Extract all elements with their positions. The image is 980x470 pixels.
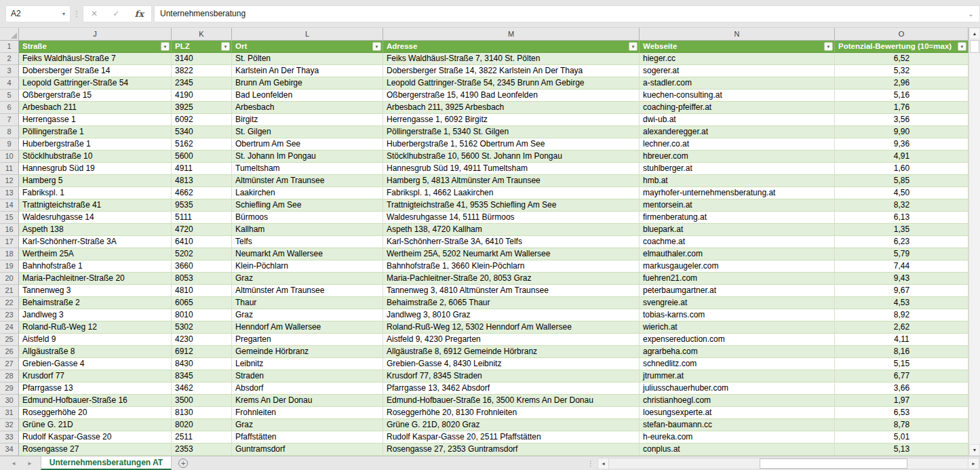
cell-plz[interactable]: 4230 <box>172 334 232 346</box>
cell-plz[interactable]: 4720 <box>172 224 232 236</box>
cell-bewertung[interactable]: 5,15 <box>835 358 968 370</box>
cell-plz[interactable]: 3500 <box>172 395 232 407</box>
column-header-n[interactable]: N <box>640 28 835 41</box>
cell-plz[interactable]: 5340 <box>172 126 232 138</box>
cell-webseite[interactable]: dwi-ub.at <box>640 114 835 126</box>
cell-adresse[interactable]: Grebien-Gasse 4, 8430 Leibnitz <box>383 358 640 370</box>
cell-bewertung[interactable]: 5,79 <box>835 248 968 260</box>
cell-strasse[interactable]: Hamberg 5 <box>19 175 172 187</box>
row-number[interactable]: 31 <box>0 407 19 419</box>
cell-ort[interactable]: Guntramsdorf <box>232 444 383 456</box>
cell-webseite[interactable]: mayrhofer-unternehmensberatung.at <box>640 187 835 199</box>
row-number[interactable]: 27 <box>0 358 19 370</box>
cell-ort[interactable]: St. Pölten <box>232 53 383 65</box>
column-header-o[interactable]: O <box>835 28 968 41</box>
cell-ort[interactable]: Kallham <box>232 224 383 236</box>
cell-adresse[interactable]: Grüne G. 21D, 8020 Graz <box>383 419 640 431</box>
cell-plz[interactable]: 4190 <box>172 90 232 102</box>
cell-strasse[interactable]: Karl-Schönherr-Straße 3A <box>19 236 172 248</box>
cell-webseite[interactable]: lechner.co.at <box>640 138 835 151</box>
cell-bewertung[interactable]: 3,66 <box>835 383 968 395</box>
cell-ort[interactable]: Gemeinde Hörbranz <box>232 346 383 358</box>
cell-plz[interactable]: 4662 <box>172 187 232 199</box>
cell-ort[interactable]: Schiefling Am See <box>232 199 383 212</box>
cell-webseite[interactable]: wierich.at <box>640 321 835 334</box>
cell-webseite[interactable]: stuhlberger.at <box>640 163 835 175</box>
sheet-tab-unternehmensberatungen-at[interactable]: Unternehmensberatungen AT <box>41 456 172 470</box>
cell-plz[interactable]: 5202 <box>172 248 232 260</box>
scroll-left-icon[interactable]: ◄ <box>597 458 609 469</box>
row-number[interactable]: 18 <box>0 248 19 260</box>
cell-webseite[interactable]: hmb.at <box>640 175 835 187</box>
select-all-corner[interactable] <box>0 28 19 41</box>
cell-bewertung[interactable]: 4,11 <box>835 334 968 346</box>
cell-adresse[interactable]: Krusdorf 77, 8345 Straden <box>383 370 640 383</box>
column-header-k[interactable]: K <box>172 28 232 41</box>
cell-plz[interactable]: 6065 <box>172 297 232 309</box>
cell-plz[interactable]: 4813 <box>172 175 232 187</box>
formula-input[interactable]: Unternehmensberatung <box>154 5 962 22</box>
cell-ort[interactable]: Graz <box>232 273 383 285</box>
cell-adresse[interactable]: Aistfeld 9, 4230 Pregarten <box>383 334 640 346</box>
row-number[interactable]: 16 <box>0 224 19 236</box>
cell-ort[interactable]: Altmünster Am Traunsee <box>232 285 383 297</box>
cell-adresse[interactable]: Waldesruhgasse 14, 5111 Bürmoos <box>383 212 640 224</box>
cell-strasse[interactable]: Stöcklhubstraße 10 <box>19 151 172 163</box>
row-number[interactable]: 20 <box>0 273 19 285</box>
cell-ort[interactable]: Graz <box>232 419 383 431</box>
scroll-down-icon[interactable]: ▼ <box>969 444 980 456</box>
filter-dropdown-icon[interactable]: ▼ <box>629 42 638 51</box>
cell-ort[interactable]: Pfaffstätten <box>232 431 383 444</box>
filter-dropdown-icon[interactable]: ▼ <box>221 42 230 51</box>
row-number[interactable]: 17 <box>0 236 19 248</box>
cell-adresse[interactable]: Karl-Schönherr-Straße 3A, 6410 Telfs <box>383 236 640 248</box>
horizontal-scroll-thumb[interactable] <box>760 458 907 469</box>
cell-strasse[interactable]: Aspeth 138 <box>19 224 172 236</box>
cell-strasse[interactable]: Arbesbach 211 <box>19 102 172 114</box>
cell-plz[interactable]: 8130 <box>172 407 232 419</box>
cell-bewertung[interactable]: 4,50 <box>835 187 968 199</box>
cell-ort[interactable]: Klein-Pöchlarn <box>232 260 383 273</box>
cell-ort[interactable]: Birgitz <box>232 114 383 126</box>
cell-plz[interactable]: 8345 <box>172 370 232 383</box>
cell-plz[interactable]: 2511 <box>172 431 232 444</box>
row-number[interactable]: 4 <box>0 77 19 90</box>
cell-webseite[interactable]: christianhoegl.com <box>640 395 835 407</box>
cell-plz[interactable]: 8053 <box>172 273 232 285</box>
name-box-dropdown-icon[interactable]: ▾ <box>58 11 70 17</box>
cell-ort[interactable]: Arbesbach <box>232 102 383 114</box>
table-header-ort[interactable]: Ort▼ <box>232 41 383 53</box>
cell-bewertung[interactable]: 9,90 <box>835 126 968 138</box>
cell-adresse[interactable]: Maria-Pachleitner-Straße 20, 8053 Graz <box>383 273 640 285</box>
cell-adresse[interactable]: Behaimstraße 2, 6065 Thaur <box>383 297 640 309</box>
row-number[interactable]: 28 <box>0 370 19 383</box>
cell-ort[interactable]: Bürmoos <box>232 212 383 224</box>
cell-strasse[interactable]: Edmund-Hofbauer-Straße 16 <box>19 395 172 407</box>
cell-adresse[interactable]: Wertheim 25A, 5202 Neumarkt Am Wallersee <box>383 248 640 260</box>
cell-bewertung[interactable]: 5,01 <box>835 431 968 444</box>
row-number[interactable]: 22 <box>0 297 19 309</box>
row-number[interactable]: 25 <box>0 334 19 346</box>
cell-strasse[interactable]: Feiks Waldhäusl-Straße 7 <box>19 53 172 65</box>
tab-scroll-right-icon[interactable]: ► <box>27 461 33 467</box>
row-number[interactable]: 23 <box>0 309 19 321</box>
table-header-bewertung[interactable]: Potenzial-Bewertung (10=max)▼ <box>835 41 968 53</box>
cell-plz[interactable]: 8010 <box>172 309 232 321</box>
cell-adresse[interactable]: Allgäustraße 8, 6912 Gemeinde Hörbranz <box>383 346 640 358</box>
cell-ort[interactable]: Leibnitz <box>232 358 383 370</box>
cell-strasse[interactable]: Krusdorf 77 <box>19 370 172 383</box>
cell-webseite[interactable]: coaching-pfeiffer.at <box>640 102 835 114</box>
cell-bewertung[interactable]: 1,35 <box>835 224 968 236</box>
cell-strasse[interactable]: Grebien-Gasse 4 <box>19 358 172 370</box>
cell-adresse[interactable]: Pöllingerstraße 1, 5340 St. Gilgen <box>383 126 640 138</box>
cell-adresse[interactable]: Huberbergstraße 1, 5162 Obertrum Am See <box>383 138 640 151</box>
cell-adresse[interactable]: Pfarrgasse 13, 3462 Absdorf <box>383 383 640 395</box>
cell-adresse[interactable]: Arbesbach 211, 3925 Arbesbach <box>383 102 640 114</box>
cell-adresse[interactable]: Dobersberger Straße 14, 3822 Karlstein A… <box>383 65 640 77</box>
row-number[interactable]: 15 <box>0 212 19 224</box>
row-number[interactable]: 11 <box>0 163 19 175</box>
cell-strasse[interactable]: Hannesgrub Süd 19 <box>19 163 172 175</box>
cell-adresse[interactable]: Stöcklhubstraße 10, 5600 St. Johann Im P… <box>383 151 640 163</box>
cell-bewertung[interactable]: 5,16 <box>835 90 968 102</box>
row-number[interactable]: 8 <box>0 126 19 138</box>
